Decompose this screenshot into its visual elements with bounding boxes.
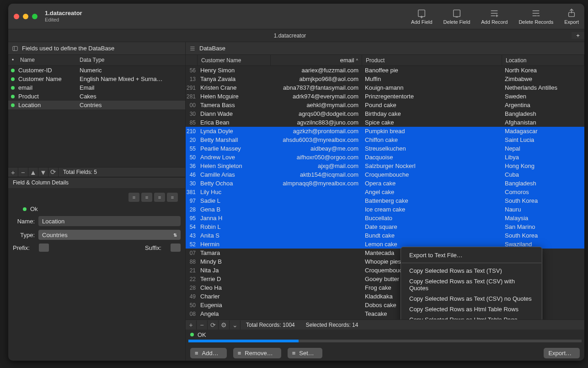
remove-field-minus-button[interactable]: − [18,168,28,177]
prefix-field[interactable] [39,244,49,252]
delete-records-button[interactable]: Delete Records [519,8,553,25]
close-window-button[interactable] [14,14,19,19]
field-row[interactable]: Location Contries [8,101,185,109]
row-id: 281 [186,93,198,100]
cell-product: Streuselkuchen [362,145,502,152]
refresh-fields-button[interactable]: ⟳ [48,168,59,177]
table-row[interactable]: 291 Kristen Crane abna7837@fantasymail.c… [186,83,584,92]
suffix-field[interactable] [171,244,181,252]
add-record-plus-button[interactable]: + [186,320,197,330]
align-left-button[interactable]: ≡ [128,193,139,202]
table-row[interactable]: 97 Sadie L Battenberg cake South Korea [186,196,584,205]
cell-customer-name: Andrew Love [198,154,271,161]
field-type: Email [80,84,95,91]
table-row[interactable]: 46 Camille Arias aktb154@icqmail.com Cro… [186,170,584,179]
database-body[interactable]: 56 Henry Simon aariex@fuzzmail.com Banof… [186,66,584,319]
export-button[interactable]: Export [564,8,579,25]
cell-customer-name: Tamera Bass [198,102,271,108]
row-id: 36 [186,163,198,169]
name-label: Name: [13,218,35,225]
maximize-window-button[interactable] [32,14,37,19]
cell-location: Nauru [502,206,584,213]
move-field-down-button[interactable]: ▼ [38,168,48,177]
row-id: 50 [186,154,198,161]
minimize-window-button[interactable] [23,14,28,19]
cell-email: agvzilnc883@juno.com [271,119,362,126]
cell-customer-name: Hermin [198,241,271,248]
add-button[interactable]: ≡Add… [190,348,227,358]
window-subtitle: Edited [45,17,82,23]
col-email[interactable]: email ^ [271,55,362,65]
table-row[interactable]: 30 Diann Wade agrqs00@dodgeit.com Birthd… [186,109,584,118]
list-icon: ≡ [195,350,198,357]
table-row[interactable]: 210 Lynda Doyle agzkzh@prontomail.com Pu… [186,127,584,135]
cell-location: Cuba [502,171,584,178]
export-pill-button[interactable]: Export… [544,348,580,358]
remove-button[interactable]: ≡Remove… [233,348,281,358]
row-id: 52 [186,241,198,248]
table-row[interactable]: 381 Lily Huc Angel cake Comoros [186,188,584,196]
row-id: 00 [186,102,198,108]
refresh-records-button[interactable]: ⟳ [208,320,219,330]
align-center-button[interactable]: ≡ [141,193,152,202]
field-name: Product [18,93,76,100]
col-product[interactable]: Product [362,55,502,65]
cell-location: Libya [502,154,584,161]
move-field-up-button[interactable]: ▲ [28,168,38,177]
field-row[interactable]: Customer-ID Numeric [8,66,185,75]
row-id: 381 [186,189,198,195]
align-right-button[interactable]: ≡ [154,193,165,202]
cell-customer-name: Kristen Crane [198,84,271,91]
remove-record-minus-button[interactable]: − [197,320,208,330]
table-row[interactable]: 50 Andrew Love aifhoxr050@orgoo.com Dacq… [186,153,584,162]
field-name: Location [18,102,76,108]
table-row[interactable]: 13 Tanya Zavala abmjkpo968@aol.com Muffi… [186,75,584,83]
table-row[interactable]: 56 Henry Simon aariex@fuzzmail.com Banof… [186,66,584,75]
table-row[interactable]: 95 Janna H Buccellato Malaysia [186,214,584,222]
name-field[interactable] [38,216,181,226]
menu-copy-html-page[interactable]: Copy Selected Rows as Html Table Page [401,314,542,319]
col-location[interactable]: Location [502,55,584,65]
set-button[interactable]: ≡Set… [288,348,322,358]
field-name-col[interactable]: Name [16,55,76,65]
table-row[interactable]: 54 Robin L Date square San Marino [186,222,584,231]
table-row[interactable]: 36 Helen Singleton ajxg@mail.com Salzbur… [186,162,584,170]
row-id: 291 [186,85,198,91]
table-row[interactable]: 55 Pearlie Massey aidbeay@me.com Streuse… [186,144,584,153]
menu-copy-html-rows[interactable]: Copy Selected Rows as Html Table Rows [401,304,542,314]
details-header: Field & Column Details [8,177,185,188]
table-row[interactable]: 20 Betty Marshall ahsdu6003@myrealbox.co… [186,135,584,144]
new-tab-button[interactable]: + [572,32,584,39]
table-row[interactable]: 00 Tamera Bass aehkl@mymail.com Pound ca… [186,101,584,109]
menu-copy-csv-quotes[interactable]: Copy Selected Rows as Text (CSV) with Qu… [401,276,542,293]
field-dot-col: • [8,55,16,65]
cell-location: Netherlands Antilles [502,84,584,91]
tab-main[interactable]: 1.datacreator [8,32,572,39]
menu-copy-csv-no-quotes[interactable]: Copy Selected Rows as Text (CSV) no Quot… [401,293,542,304]
align-justify-button[interactable]: ≡ [167,193,178,202]
field-row[interactable]: email Email [8,83,185,92]
cell-location: Malaysia [502,215,584,222]
field-type-col[interactable]: Data Type [76,55,108,65]
add-field-button[interactable]: Add Field [411,8,432,25]
cell-email: adrk974@everymail.com [271,93,362,100]
col-customer-name[interactable]: Customer Name [198,55,271,65]
cell-customer-name: Betty Ochoa [198,180,271,187]
table-row[interactable]: 43 Anita S Bundt cake South Korea [186,231,584,240]
table-row[interactable]: 85 Erica Bean agvzilnc883@juno.com Spice… [186,118,584,127]
delete-field-button[interactable]: Delete Field [444,8,470,25]
table-row[interactable]: 281 Helen Mcguire adrk974@everymail.com … [186,92,584,101]
field-row[interactable]: Product Cakes [8,92,185,101]
field-row[interactable]: Customer Name English Name Mixed + Surna… [8,75,185,83]
add-field-plus-button[interactable]: + [8,168,18,177]
settings-gear-button[interactable]: ⚙ [219,320,230,330]
add-record-button[interactable]: Add Record [481,8,508,25]
row-id: 56 [186,67,198,74]
table-row[interactable]: 28 Gena B Ice cream cake Nauru [186,205,584,214]
type-select[interactable]: Countries ⇅ [38,230,181,240]
menu-copy-tsv[interactable]: Copy Selected Rows as Text (TSV) [401,265,542,276]
cell-product: Battenberg cake [362,197,502,204]
dropdown-chevron-button[interactable]: ⌄ [230,320,241,330]
table-row[interactable]: 30 Betty Ochoa almpnaqq8@myrealbox.com O… [186,179,584,188]
menu-export-text-file[interactable]: Export to Text File… [401,250,542,260]
